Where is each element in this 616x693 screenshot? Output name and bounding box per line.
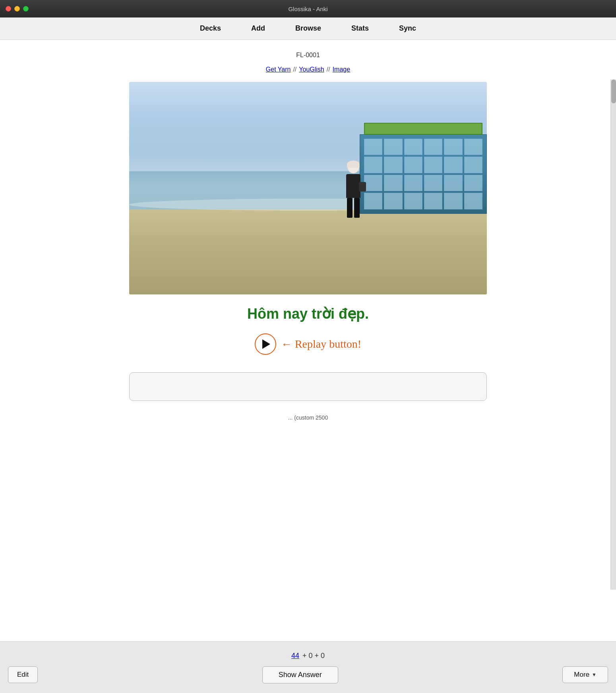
more-button[interactable]: More ▼ bbox=[562, 666, 608, 683]
building-roof bbox=[364, 123, 482, 135]
window-controls bbox=[6, 6, 29, 12]
person-legs bbox=[341, 198, 365, 218]
person-leg-left bbox=[347, 198, 353, 218]
menu-decks[interactable]: Decks bbox=[197, 23, 224, 34]
window-12 bbox=[464, 157, 482, 173]
show-answer-button[interactable]: Show Answer bbox=[262, 666, 338, 683]
window-17 bbox=[444, 175, 462, 192]
menu-browse[interactable]: Browse bbox=[292, 23, 324, 34]
action-buttons: Edit Show Answer More ▼ bbox=[0, 666, 616, 683]
window-11 bbox=[444, 157, 462, 173]
youglish-link[interactable]: YouGlish bbox=[299, 66, 324, 73]
window-title: Glossika - Anki bbox=[288, 6, 327, 12]
menu-stats[interactable]: Stats bbox=[348, 23, 372, 34]
edit-button[interactable]: Edit bbox=[8, 666, 38, 683]
window-2 bbox=[384, 139, 402, 155]
person-hair bbox=[347, 161, 360, 168]
beach-image bbox=[129, 82, 487, 294]
card-id: FL-0001 bbox=[296, 52, 320, 59]
window-4 bbox=[424, 139, 442, 155]
window-8 bbox=[384, 157, 402, 173]
window-1 bbox=[364, 139, 382, 155]
get-yarn-link[interactable]: Get Yarn bbox=[266, 66, 291, 73]
maximize-button[interactable] bbox=[23, 6, 29, 12]
titlebar: Glossika - Anki bbox=[0, 0, 616, 17]
menu-add[interactable]: Add bbox=[248, 23, 268, 34]
window-3 bbox=[404, 139, 422, 155]
input-area bbox=[129, 372, 487, 403]
separator-1: // bbox=[293, 66, 296, 73]
window-23 bbox=[444, 193, 462, 209]
window-9 bbox=[404, 157, 422, 173]
person-head bbox=[348, 162, 359, 173]
score-row: 44 + 0 + 0 bbox=[291, 652, 325, 660]
bottom-bar: 44 + 0 + 0 Edit Show Answer More ▼ bbox=[0, 641, 616, 693]
window-6 bbox=[464, 139, 482, 155]
partial-text: ... (custom 2500 bbox=[288, 414, 328, 421]
window-20 bbox=[384, 193, 402, 209]
person-body bbox=[346, 174, 360, 198]
window-7 bbox=[364, 157, 382, 173]
scroll-thumb[interactable] bbox=[611, 79, 616, 103]
beach-sand bbox=[129, 209, 487, 294]
window-21 bbox=[404, 193, 422, 209]
building-windows bbox=[364, 139, 482, 209]
scrollbar[interactable] bbox=[610, 79, 616, 590]
play-icon bbox=[262, 339, 270, 349]
more-label: More bbox=[574, 671, 589, 679]
window-22 bbox=[424, 193, 442, 209]
links-row: Get Yarn // YouGlish // Image bbox=[266, 66, 350, 73]
beach-building bbox=[360, 134, 487, 214]
menu-sync[interactable]: Sync bbox=[396, 23, 419, 34]
replay-annotation: ← Replay button! bbox=[281, 338, 361, 350]
window-16 bbox=[424, 175, 442, 192]
replay-area: ← Replay button! bbox=[255, 333, 361, 355]
score-blue[interactable]: 44 bbox=[291, 652, 299, 660]
close-button[interactable] bbox=[6, 6, 11, 12]
window-15 bbox=[404, 175, 422, 192]
score-text: + 0 + 0 bbox=[302, 652, 325, 660]
replay-button[interactable] bbox=[255, 333, 276, 355]
window-24 bbox=[464, 193, 482, 209]
more-arrow-icon: ▼ bbox=[592, 672, 597, 678]
window-14 bbox=[384, 175, 402, 192]
beach-person bbox=[341, 162, 365, 218]
person-leg-right bbox=[354, 198, 360, 218]
window-10 bbox=[424, 157, 442, 173]
separator-2: // bbox=[327, 66, 330, 73]
menubar: Decks Add Browse Stats Sync bbox=[0, 17, 616, 40]
answer-input[interactable] bbox=[129, 372, 487, 401]
window-13 bbox=[364, 175, 382, 192]
person-bag bbox=[359, 182, 366, 192]
main-content: FL-0001 Get Yarn // YouGlish // Image bbox=[0, 40, 616, 641]
image-link[interactable]: Image bbox=[333, 66, 350, 73]
window-19 bbox=[364, 193, 382, 209]
window-18 bbox=[464, 175, 482, 192]
minimize-button[interactable] bbox=[14, 6, 20, 12]
window-5 bbox=[444, 139, 462, 155]
vietnamese-sentence: Hôm nay trời đẹp. bbox=[247, 306, 369, 322]
